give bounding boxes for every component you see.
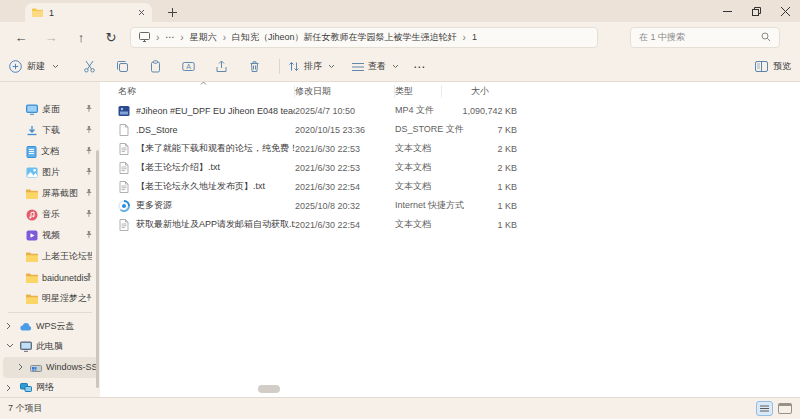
breadcrumb-separator: › [180,32,183,43]
text-file-icon [118,219,130,231]
chevron-right-icon[interactable] [6,384,11,392]
sidebar-item-this-pc[interactable]: 此电脑 [0,337,100,358]
file-row[interactable]: #Jiheon #EU_DPF EU Jiheon E048 teacher g… [100,101,800,120]
svg-text:A: A [186,63,191,70]
sidebar-item-windows-ssd[interactable]: Windows-SSD [3,357,97,378]
close-button[interactable] [771,0,800,22]
sidebar-item-label: 网络 [36,381,54,394]
tab-1[interactable]: 1 [25,3,152,22]
sidebar-item-folder-baidunetdisk[interactable]: baidunetdisl [0,267,100,288]
sidebar-item-network[interactable]: 网络 [0,378,100,398]
column-header-name[interactable]: 名称 [118,85,295,98]
blank-file-icon [118,124,130,136]
chevron-down-icon [392,64,399,69]
sidebar-item-wps-cloud[interactable]: WPS云盘 [0,316,100,337]
minimize-button[interactable] [713,0,742,22]
sidebar-item-label: 视频 [42,229,60,242]
file-type: Internet 快捷方式 [395,199,442,212]
address-bar[interactable]: › ⋯ › 星期六 › 白知宪（Jiheon）新任女教师在学园祭上被学生强迫轮奸… [130,27,598,48]
breadcrumb-separator: › [463,32,466,43]
preview-button[interactable]: 预览 [755,60,791,73]
sidebar-item-documents[interactable]: 文档 [0,141,100,162]
video-file-icon [118,105,130,117]
column-header-date[interactable]: 修改日期 [295,85,395,98]
paste-button[interactable] [139,60,172,73]
folder-icon [26,273,38,283]
file-size: 1 KB [442,182,517,192]
sidebar-item-folder-mingxing[interactable]: 明星淫梦之【 [0,288,100,309]
back-icon[interactable]: ← [6,31,36,44]
file-row[interactable]: .DS_Store 2020/10/15 23:36 DS_STORE 文件 7… [100,120,800,139]
pin-icon [84,293,93,302]
sidebar-divider [8,312,92,313]
file-row[interactable]: 更多资源 2025/10/8 20:32 Internet 快捷方式 1 KB [100,196,800,215]
sidebar-scrollbar[interactable] [96,150,99,388]
sidebar-item-music[interactable]: 音乐 [0,204,100,225]
chevron-down-icon [328,64,335,69]
rename-button[interactable]: A [172,60,205,73]
documents-icon [26,146,37,158]
copy-button[interactable] [106,60,139,73]
sort-icon [288,61,300,72]
new-button[interactable]: 新建 [9,60,59,73]
tab-close-icon[interactable] [138,9,145,16]
column-header-size[interactable]: 大小 [442,85,517,98]
search-box [630,27,780,48]
view-button[interactable]: 查看 [352,60,399,73]
file-row[interactable]: 获取最新地址及APP请发邮箱自动获取.txt 2021/6/30 22:54 文… [100,215,800,234]
sidebar-item-pictures[interactable]: 图片 [0,162,100,183]
breadcrumb-overflow[interactable]: ⋯ [165,32,174,42]
status-bar: 7 个项目 [0,397,800,419]
breadcrumb-item-current[interactable]: 1 [472,32,477,42]
item-count: 7 个项目 [8,402,43,415]
sidebar-item-label: 下载 [42,124,60,137]
network-icon [20,383,32,393]
file-date: 2020/10/15 23:36 [295,125,395,135]
chevron-right-icon[interactable] [18,363,23,371]
forward-icon[interactable]: → [36,31,66,44]
sidebar-item-screenshots[interactable]: 屏幕截图 [0,183,100,204]
thumbnails-view-toggle[interactable] [778,403,792,414]
file-row[interactable]: 【来了就能下载和观看的论坛，纯免费！】.txt 2021/6/30 22:53 … [100,139,800,158]
details-view-toggle[interactable] [756,401,773,416]
see-more-button[interactable]: ⋯ [413,60,426,74]
tab-title: 1 [49,8,132,18]
column-header-type[interactable]: 类型 [395,85,442,98]
cloud-icon [20,322,32,331]
breadcrumb-item[interactable]: 星期六 [190,31,217,44]
file-list-pane: 名称 修改日期 类型 大小 #Jiheon #EU_DPF EU Jiheon … [100,82,800,397]
sort-button[interactable]: 排序 [288,60,335,73]
sidebar-item-videos[interactable]: 视频 [0,225,100,246]
file-row[interactable]: 【老王论坛介绍】.txt 2021/6/30 22:53 文本文档 2 KB [100,158,800,177]
cut-button[interactable] [73,60,106,73]
folder-icon [26,294,38,304]
pin-icon [84,251,93,260]
sidebar-item-label: 桌面 [42,103,60,116]
sidebar-item-folder-laowang[interactable]: 上老王论坛当 [0,246,100,267]
breadcrumb-item[interactable]: 白知宪（Jiheon）新任女教师在学园祭上被学生强迫轮奸 [232,31,457,44]
delete-button[interactable] [238,60,271,73]
chevron-down-icon[interactable] [6,343,14,348]
desktop-icon [26,104,38,115]
refresh-icon[interactable]: ↻ [96,31,126,44]
computer-icon [20,341,32,352]
up-icon[interactable]: ↑ [66,31,96,44]
toolbar-divider [279,59,280,74]
preview-icon [755,61,768,72]
file-size: 2 KB [442,163,517,173]
file-size: 7 KB [442,125,517,135]
horizontal-scrollbar-thumb[interactable] [258,385,280,393]
sidebar-item-downloads[interactable]: 下载 [0,120,100,141]
file-type: 文本文档 [395,142,442,155]
file-row[interactable]: 【老王论坛永久地址发布页】.txt 2021/6/30 22:54 文本文档 1… [100,177,800,196]
sidebar-item-desktop[interactable]: 桌面 [0,99,100,120]
share-button[interactable] [205,60,238,73]
sidebar-item-label: baidunetdisl [42,273,90,283]
search-icon [761,32,771,42]
restore-button[interactable] [742,0,771,22]
tab-bar: 1 [0,0,800,22]
chevron-right-icon[interactable] [6,322,11,330]
view-toggles [756,401,792,416]
search-input[interactable] [639,32,761,42]
new-tab-button[interactable] [164,4,180,20]
